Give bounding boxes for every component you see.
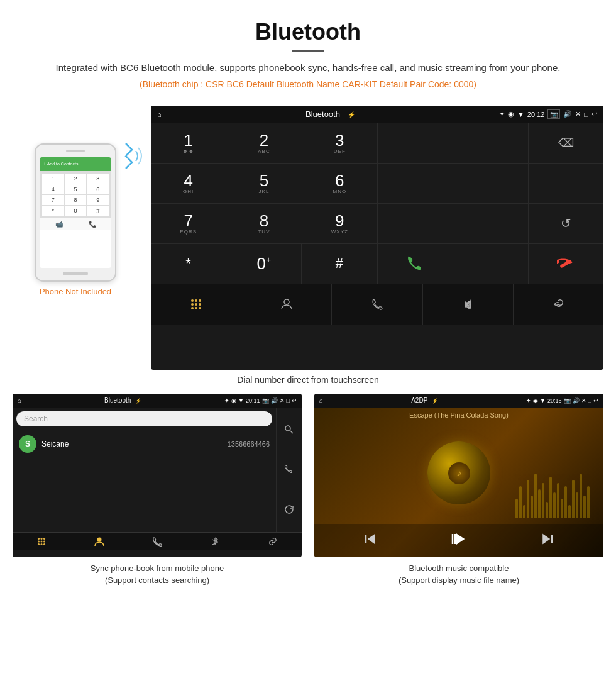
- close-x-icon[interactable]: ✕: [575, 110, 581, 118]
- svg-point-24: [43, 543, 45, 545]
- pb-wifi-icon: ▼: [238, 397, 244, 404]
- bottom-nav-grid[interactable]: [151, 284, 241, 325]
- phonebook-caption: Sync phone-book from mobile phone(Suppor…: [13, 562, 302, 587]
- call-action-icon[interactable]: [279, 459, 299, 479]
- music-player-content: Escape (The Pina Colada Song) ♪: [314, 408, 603, 557]
- pb-cam-icon: 📷: [262, 397, 269, 404]
- bottom-nav-phone[interactable]: [332, 284, 422, 325]
- pb-usb-icon: ⚡: [135, 398, 141, 404]
- music-screen[interactable]: ⌂ A2DP ⚡ ✦ ◉ ▼ 20:15 📷 🔊 ✕ □ ↩: [314, 394, 603, 557]
- music-close-icon[interactable]: ✕: [581, 397, 586, 404]
- camera-icon[interactable]: 📷: [547, 109, 560, 119]
- dialpad-cell-empty-4: [378, 204, 529, 243]
- pb-close-icon[interactable]: ✕: [280, 397, 285, 404]
- dialpad-key-3[interactable]: 3DEF: [302, 123, 378, 163]
- phone-mini-keypad: 1 2 3 4 5 6 7 8 9 * 0 #: [40, 171, 111, 218]
- phone-key-1: 1: [42, 174, 64, 184]
- dialpad-key-8[interactable]: 8TUV: [226, 204, 302, 243]
- bottom-screenshots: ⌂ Bluetooth ⚡ ✦ ◉ ▼ 20:11 📷 🔊 ✕ □ ↩: [0, 394, 616, 587]
- eq-bar-2: [519, 486, 522, 518]
- play-pause-button[interactable]: [450, 530, 468, 551]
- phone-key-3: 3: [87, 174, 109, 184]
- pb-win-icon[interactable]: □: [287, 397, 290, 404]
- pb-nav-link[interactable]: [244, 536, 302, 547]
- phone-screen: + Add to Contacts 1 2 3 4 5 6 7 8 9 *: [40, 157, 111, 268]
- main-android-screen[interactable]: ⌂ Bluetooth ⚡ ✦ ◉ ▼ 20:12 📷 🔊 ✕ □ ↩: [151, 106, 603, 370]
- window-icon[interactable]: □: [584, 111, 588, 118]
- dialpad-refresh-button[interactable]: ↺: [529, 204, 603, 243]
- volume-icon[interactable]: 🔊: [563, 110, 572, 118]
- svg-point-17: [41, 538, 43, 540]
- pb-nav-person[interactable]: [70, 536, 128, 547]
- dialpad-call-red-button[interactable]: [529, 244, 603, 284]
- eq-bar-8: [542, 483, 544, 518]
- dialpad-key-6[interactable]: 6MNO: [302, 164, 378, 203]
- dialpad-key-9[interactable]: 9WXYZ: [302, 204, 378, 243]
- svg-marker-32: [543, 535, 549, 543]
- main-content: + Add to Contacts 1 2 3 4 5 6 7 8 9 *: [0, 106, 616, 370]
- eq-bar-10: [549, 477, 552, 518]
- search-bar[interactable]: Search: [16, 411, 272, 426]
- contact-row[interactable]: S Seicane 13566664466: [16, 431, 272, 457]
- svg-point-19: [38, 540, 40, 542]
- next-button[interactable]: [541, 532, 554, 548]
- phonebook-screen[interactable]: ⌂ Bluetooth ⚡ ✦ ◉ ▼ 20:11 📷 🔊 ✕ □ ↩: [13, 394, 302, 557]
- dialpad-key-0[interactable]: 0+: [226, 244, 302, 284]
- home-icon[interactable]: ⌂: [157, 111, 162, 118]
- dialpad-delete-button[interactable]: ⌫: [529, 123, 603, 163]
- music-wifi-icon: ▼: [540, 397, 546, 404]
- bottom-nav-bluetooth[interactable]: [423, 284, 514, 325]
- dialpad-key-2[interactable]: 2ABC: [226, 123, 302, 163]
- dialpad-key-hash[interactable]: #: [302, 244, 377, 284]
- svg-point-23: [41, 543, 43, 545]
- screen-title: Bluetooth: [305, 109, 340, 119]
- eq-bar-18: [580, 474, 582, 518]
- eq-bar-3: [523, 505, 525, 518]
- dialpad-key-7[interactable]: 7PQRS: [151, 204, 226, 243]
- eq-bar-13: [561, 499, 563, 518]
- eq-bar-1: [515, 499, 518, 518]
- eq-bar-9: [546, 502, 548, 518]
- dialpad-call-green-button[interactable]: [378, 244, 453, 284]
- music-bt-icon: ✦: [526, 397, 531, 404]
- bottom-nav-person[interactable]: [241, 284, 332, 325]
- phone-call-icon: 📞: [89, 221, 96, 228]
- svg-point-4: [191, 303, 194, 306]
- dialpad-key-4[interactable]: 4GHI: [151, 164, 226, 203]
- phone-section: + Add to Contacts 1 2 3 4 5 6 7 8 9 *: [13, 106, 138, 296]
- contacts-list-area: Search S Seicane 13566664466: [13, 408, 276, 532]
- search-action-icon[interactable]: [279, 419, 299, 440]
- contacts-inner: Search S Seicane 13566664466: [13, 408, 302, 532]
- dialpad-key-5[interactable]: 5JKL: [226, 164, 302, 203]
- dialpad-key-star[interactable]: *: [151, 244, 226, 284]
- pb-nav-bluetooth[interactable]: [186, 536, 244, 547]
- music-back-icon[interactable]: ↩: [593, 397, 598, 404]
- phone-wrapper: + Add to Contacts 1 2 3 4 5 6 7 8 9 *: [35, 143, 116, 282]
- back-icon[interactable]: ↩: [591, 110, 597, 118]
- pb-bottom-nav: [13, 532, 302, 550]
- svg-point-25: [97, 537, 102, 541]
- bottom-nav-link[interactable]: [514, 284, 603, 325]
- pb-back-icon[interactable]: ↩: [292, 397, 297, 404]
- phone-key-7: 7: [42, 195, 64, 205]
- phonebook-caption-text: Sync phone-book from mobile phone(Suppor…: [91, 564, 224, 586]
- music-status-right: ✦ ◉ ▼ 20:15 📷 🔊 ✕ □ ↩: [526, 397, 598, 404]
- music-win-icon[interactable]: □: [588, 397, 591, 404]
- main-status-bar: ⌂ Bluetooth ⚡ ✦ ◉ ▼ 20:12 📷 🔊 ✕ □ ↩: [151, 106, 603, 123]
- prev-button[interactable]: [363, 532, 377, 548]
- bluetooth-signal-icon: [113, 137, 145, 175]
- pb-nav-grid[interactable]: [13, 536, 70, 547]
- contact-number: 13566664466: [228, 440, 270, 448]
- refresh-action-icon[interactable]: [279, 499, 299, 519]
- dialpad-key-1[interactable]: 1☻☻: [151, 123, 226, 163]
- eq-bar-5: [531, 496, 533, 518]
- page-title: Bluetooth: [13, 19, 603, 45]
- phone-key-9: 9: [87, 195, 109, 205]
- phone-key-6: 6: [87, 184, 109, 194]
- phone-home-button: [63, 272, 88, 275]
- svg-point-16: [38, 538, 40, 540]
- disc-inner-icon: ♪: [448, 462, 470, 484]
- pb-nav-phone[interactable]: [128, 536, 186, 547]
- phone-key-5: 5: [65, 184, 87, 194]
- dialpad-section: 1☻☻ 2ABC 3DEF ⌫ 4GHI 5JKL: [151, 123, 603, 325]
